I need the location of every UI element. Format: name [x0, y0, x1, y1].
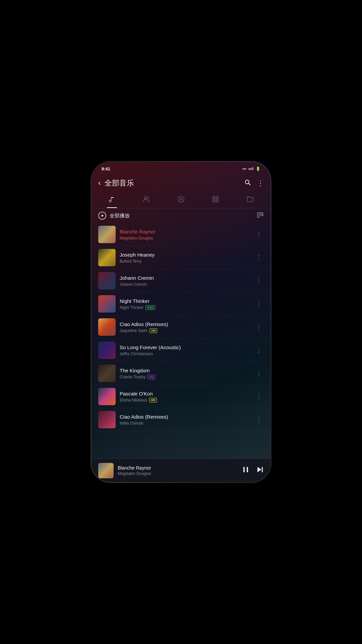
track-subtitle: Elisha Nikolaus HR: [120, 398, 250, 402]
playback-controls: [242, 466, 264, 476]
track-item[interactable]: Night Thinker Night Thinker DSD ⋮: [92, 292, 270, 316]
svg-rect-15: [262, 467, 263, 472]
track-subtitle: Jeffry Christiansen: [120, 352, 250, 356]
folder-icon: [246, 196, 254, 205]
svg-rect-8: [216, 200, 218, 202]
track-thumbnail: [98, 388, 116, 405]
track-info: Ciao Adios (Remixes) Jaqueline Stehr HR: [120, 321, 250, 333]
track-title: The Kingdom: [120, 368, 250, 373]
track-more-button[interactable]: ⋮: [254, 299, 264, 309]
nav-tabs: [92, 192, 270, 208]
track-artist: Jaqueline Stehr: [120, 328, 147, 333]
track-list: Blanche Raynor Magdalen Douglas ⋮ Joseph…: [92, 223, 270, 459]
track-subtitle: Night Thinker DSD: [120, 305, 250, 310]
track-item[interactable]: Johann Cremin Johann Cremin ⋮: [92, 269, 270, 292]
track-subtitle: Jaqueline Stehr HR: [120, 328, 250, 333]
play-all-button[interactable]: 全部播放: [98, 212, 130, 220]
tab-albums[interactable]: [172, 194, 190, 208]
track-thumbnail: [98, 272, 116, 289]
svg-rect-13: [247, 467, 248, 472]
track-title: Johann Cremin: [120, 275, 250, 281]
track-artist: Night Thinker: [120, 305, 143, 310]
track-subtitle: Johann Cremin: [120, 282, 250, 287]
track-info: So Long Forever (Acoustic) Jeffry Christ…: [120, 344, 250, 356]
track-subtitle: Willis Osinski: [120, 421, 250, 426]
next-button[interactable]: [256, 466, 264, 476]
track-more-button[interactable]: ⋮: [254, 229, 264, 239]
now-playing-bar[interactable]: Blanche Raynor Magdalen Douglas: [92, 459, 270, 482]
battery-icon: 🔋: [256, 167, 260, 171]
tab-artists[interactable]: [137, 194, 156, 208]
track-more-button[interactable]: ⋮: [254, 345, 264, 355]
track-info: Blanche Raynor Magdalen Douglas: [120, 229, 250, 240]
play-all-bar: 全部播放: [92, 208, 270, 223]
track-more-button[interactable]: ⋮: [254, 391, 264, 401]
quality-badge: SQ: [147, 375, 155, 379]
album-icon: [177, 196, 185, 205]
track-artist: Willis Osinski: [120, 421, 143, 426]
track-more-button[interactable]: ⋮: [254, 322, 264, 332]
track-more-button[interactable]: ⋮: [254, 253, 264, 263]
more-menu-icon[interactable]: ⋮: [257, 179, 264, 187]
tab-folder[interactable]: [241, 194, 259, 208]
track-artist: Magdalen Douglas: [120, 236, 153, 240]
track-more-button[interactable]: ⋮: [254, 368, 264, 378]
now-playing-thumb: [98, 463, 114, 478]
play-all-icon: [98, 212, 106, 220]
track-subtitle: Charlie Torphy SQ: [120, 375, 250, 379]
track-item[interactable]: Pascale O'Kon Elisha Nikolaus HR ⋮: [92, 385, 270, 408]
quality-badge: HR: [149, 398, 157, 402]
track-artist: Elisha Nikolaus: [120, 398, 147, 402]
track-title: Night Thinker: [120, 298, 250, 304]
track-item[interactable]: Ciao Adios (Remixes) Willis Osinski ⋮: [92, 408, 270, 431]
track-more-button[interactable]: ⋮: [254, 415, 264, 425]
search-icon[interactable]: [244, 179, 251, 187]
status-bar: 9:41 ▪▪▪ wifi 🔋: [92, 162, 270, 175]
track-item[interactable]: Blanche Raynor Magdalen Douglas ⋮: [92, 223, 270, 246]
track-info: Joseph Heaney Buford Terry: [120, 252, 250, 264]
svg-point-3: [178, 196, 184, 202]
track-title: Joseph Heaney: [120, 252, 250, 258]
tab-grid[interactable]: [206, 194, 225, 208]
grid-icon: [212, 196, 219, 205]
track-more-button[interactable]: ⋮: [254, 276, 264, 286]
track-item[interactable]: Ciao Adios (Remixes) Jaqueline Stehr HR …: [92, 316, 270, 339]
track-item[interactable]: Joseph Heaney Buford Terry ⋮: [92, 246, 270, 269]
svg-line-1: [249, 183, 250, 185]
svg-rect-5: [213, 197, 215, 199]
track-thumbnail: [98, 341, 116, 359]
track-title: Ciao Adios (Remixes): [120, 321, 250, 327]
sort-button[interactable]: [256, 212, 264, 219]
track-info: Night Thinker Night Thinker DSD: [120, 298, 250, 310]
track-info: Johann Cremin Johann Cremin: [120, 275, 250, 287]
pause-button[interactable]: [242, 466, 250, 476]
track-item[interactable]: So Long Forever (Acoustic) Jeffry Christ…: [92, 339, 270, 362]
quality-badge: DSD: [145, 305, 155, 310]
now-playing-info: Blanche Raynor Magdalen Douglas: [118, 465, 242, 476]
music-note-icon: [108, 196, 116, 205]
track-info: Ciao Adios (Remixes) Willis Osinski: [120, 414, 250, 426]
track-thumbnail: [98, 295, 116, 313]
track-thumbnail: [98, 411, 116, 428]
track-thumbnail: [98, 365, 116, 382]
quality-badge: HR: [149, 328, 157, 333]
svg-rect-7: [213, 200, 215, 202]
track-item[interactable]: The Kingdom Charlie Torphy SQ ⋮: [92, 362, 270, 385]
track-artist: Buford Terry: [120, 259, 141, 264]
back-button[interactable]: ‹: [98, 179, 101, 187]
track-title: Pascale O'Kon: [120, 391, 250, 396]
track-artist: Johann Cremin: [120, 282, 147, 287]
header-actions: ⋮: [244, 179, 264, 187]
play-all-label: 全部播放: [110, 213, 130, 219]
svg-rect-6: [216, 197, 218, 199]
track-thumbnail: [98, 249, 116, 266]
track-subtitle: Magdalen Douglas: [120, 236, 250, 240]
wifi-icon: wifi: [248, 167, 254, 171]
track-title: So Long Forever (Acoustic): [120, 344, 250, 350]
status-time: 9:41: [102, 166, 110, 171]
tab-songs[interactable]: [103, 194, 121, 208]
svg-point-4: [180, 198, 182, 200]
track-info: Pascale O'Kon Elisha Nikolaus HR: [120, 391, 250, 402]
signal-icon: ▪▪▪: [242, 167, 246, 171]
track-subtitle: Buford Terry: [120, 259, 250, 264]
